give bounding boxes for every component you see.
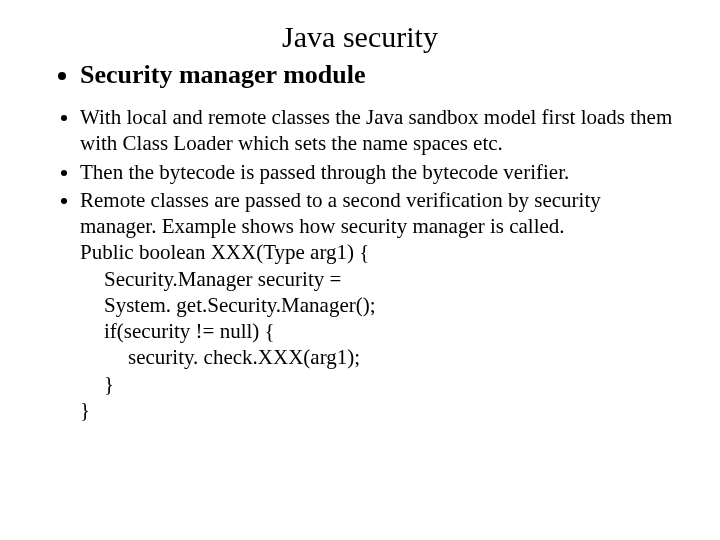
outer-list: Security manager module (40, 60, 680, 90)
code-line-1: Public boolean XXX(Type arg1) { (80, 239, 680, 265)
code-line-4: if(security != null) { (80, 318, 680, 344)
inner-list: With local and remote classes the Java s… (40, 104, 680, 423)
code-line-3: System. get.Security.Manager(); (80, 292, 680, 318)
code-block: Public boolean XXX(Type arg1) { Security… (80, 239, 680, 423)
bullet-3-text: Remote classes are passed to a second ve… (80, 188, 601, 238)
bullet-3: Remote classes are passed to a second ve… (80, 187, 680, 423)
code-line-6: } (80, 371, 680, 397)
code-line-5: security. check.XXX(arg1); (80, 344, 680, 370)
slide-title: Java security (40, 20, 680, 54)
heading-bullet: Security manager module (80, 60, 680, 90)
bullet-1: With local and remote classes the Java s… (80, 104, 680, 157)
code-line-7: } (80, 397, 680, 423)
slide: Java security Security manager module Wi… (0, 0, 720, 445)
bullet-2: Then the bytecode is passed through the … (80, 159, 680, 185)
code-line-2: Security.Manager security = (80, 266, 680, 292)
